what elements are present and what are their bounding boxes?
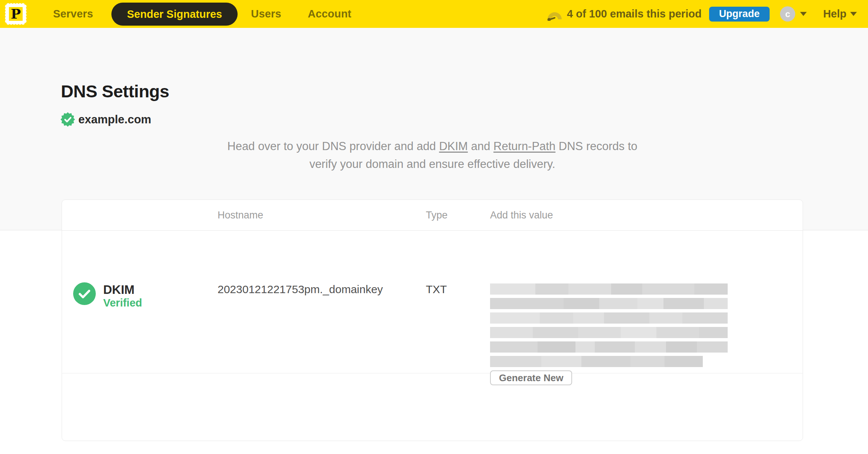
navbar-right-group: 4 of 100 emails this period Upgrade c He… [547,0,857,28]
postmark-logo-icon[interactable]: P [5,3,27,25]
dkim-link[interactable]: DKIM [439,140,468,153]
email-usage-counter: 4 of 100 emails this period [567,8,702,20]
column-header-type: Type [426,200,448,231]
dns-records-card: Hostname Type Add this value DKIM Verifi… [62,200,803,441]
page-title: DNS Settings [61,81,169,101]
verified-domain: example.com [61,112,151,127]
nav-item-sender-signatures[interactable]: Sender Signatures [111,3,238,26]
intro-segment: Head over to your DNS provider and add [227,140,439,153]
intro-segment: DNS records to [555,140,637,153]
avatar[interactable]: c [780,6,795,22]
redacted-value-bar [490,283,728,295]
account-menu[interactable]: c [780,6,807,22]
nav-item-account[interactable]: Account [308,0,351,28]
redacted-value-bar [490,312,728,324]
column-header-value: Add this value [490,200,553,231]
top-navbar: P Servers Sender Signatures Users Accoun… [0,0,868,28]
upgrade-button[interactable]: Upgrade [709,7,770,22]
record-name: DKIM [103,283,134,297]
nav-item-users[interactable]: Users [251,0,281,28]
record-status: Verified [103,297,142,309]
return-path-link[interactable]: Return-Path [493,140,555,153]
usage-gauge-icon [547,10,562,21]
nav-item-servers[interactable]: Servers [53,0,93,28]
redacted-value-bar [490,341,728,353]
redacted-value-bar [490,327,728,338]
intro-segment: verify your domain and ensure effective … [62,155,803,173]
chevron-down-icon [800,12,807,16]
help-label: Help [823,8,846,20]
help-menu[interactable]: Help [823,8,857,20]
verified-check-icon [73,282,96,305]
redacted-value-bar [490,298,728,309]
record-type: TXT [426,283,447,296]
page-root: P Servers Sender Signatures Users Accoun… [0,0,868,454]
domain-name: example.com [78,113,151,126]
table-header: Hostname Type Add this value [62,200,803,231]
intro-segment: and [468,140,493,153]
table-row-return-path: Return-Path Verified pm-bounces Edit CNA… [62,373,803,441]
redacted-dns-value [490,283,728,370]
redacted-value-bar [490,356,703,367]
record-hostname: 20230121221753pm._domainkey [218,283,383,296]
chevron-down-icon [850,12,857,16]
intro-text: Head over to your DNS provider and add D… [62,137,803,173]
svg-text:P: P [11,6,21,22]
table-row-dkim: DKIM Verified 20230121221753pm._domainke… [62,231,803,373]
verified-seal-icon [61,112,75,127]
column-header-hostname: Hostname [218,200,263,231]
